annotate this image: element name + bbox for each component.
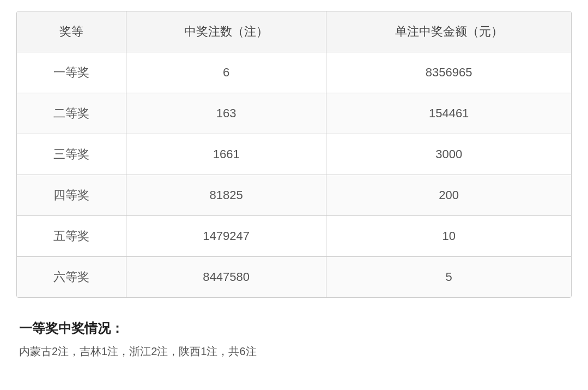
amount-cell: 3000 xyxy=(326,134,571,175)
amount-cell: 8356965 xyxy=(326,52,571,93)
header-count: 中奖注数（注） xyxy=(126,11,326,52)
amount-cell: 5 xyxy=(326,257,571,298)
count-cell: 81825 xyxy=(126,175,326,216)
footer-section: 一等奖中奖情况： 内蒙古2注，吉林1注，浙江2注，陕西1注，共6注 xyxy=(16,314,572,365)
table-header-row: 奖等 中奖注数（注） 单注中奖金额（元） xyxy=(17,11,571,52)
footer-description: 内蒙古2注，吉林1注，浙江2注，陕西1注，共6注 xyxy=(19,343,569,360)
table-row: 四等奖81825200 xyxy=(17,175,571,216)
count-cell: 1479247 xyxy=(126,216,326,257)
table-row: 五等奖147924710 xyxy=(17,216,571,257)
amount-cell: 154461 xyxy=(326,93,571,134)
table-row: 二等奖163154461 xyxy=(17,93,571,134)
prize-level-cell: 三等奖 xyxy=(17,134,126,175)
table-row: 一等奖68356965 xyxy=(17,52,571,93)
prize-level-cell: 四等奖 xyxy=(17,175,126,216)
prize-level-cell: 一等奖 xyxy=(17,52,126,93)
prize-table-container: 奖等 中奖注数（注） 单注中奖金额（元） 一等奖68356965二等奖16315… xyxy=(16,11,572,298)
prize-table: 奖等 中奖注数（注） 单注中奖金额（元） 一等奖68356965二等奖16315… xyxy=(17,11,571,297)
count-cell: 163 xyxy=(126,93,326,134)
table-row: 六等奖84475805 xyxy=(17,257,571,298)
count-cell: 8447580 xyxy=(126,257,326,298)
table-row: 三等奖16613000 xyxy=(17,134,571,175)
prize-level-cell: 二等奖 xyxy=(17,93,126,134)
amount-cell: 200 xyxy=(326,175,571,216)
prize-level-cell: 五等奖 xyxy=(17,216,126,257)
count-cell: 1661 xyxy=(126,134,326,175)
footer-title: 一等奖中奖情况： xyxy=(19,320,569,337)
amount-cell: 10 xyxy=(326,216,571,257)
header-prize-level: 奖等 xyxy=(17,11,126,52)
header-amount: 单注中奖金额（元） xyxy=(326,11,571,52)
count-cell: 6 xyxy=(126,52,326,93)
prize-level-cell: 六等奖 xyxy=(17,257,126,298)
